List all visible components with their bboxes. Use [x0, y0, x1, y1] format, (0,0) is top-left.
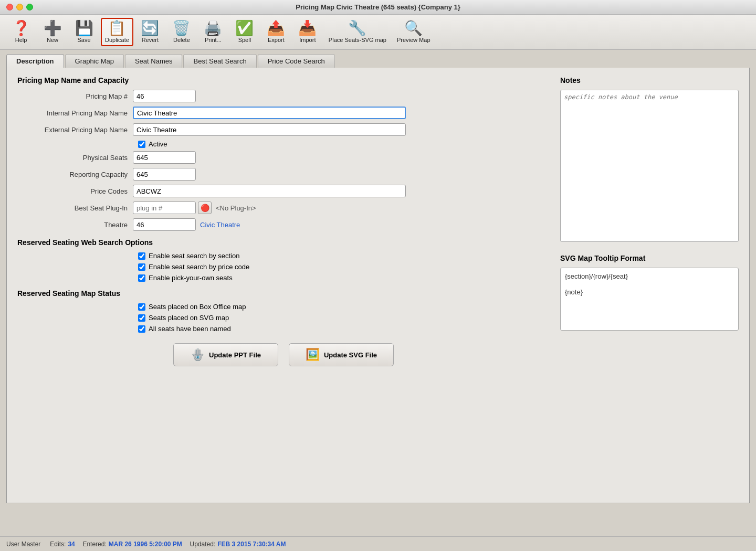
- pick-your-own-checkbox[interactable]: [138, 274, 145, 282]
- new-icon: ➕: [44, 21, 62, 36]
- status-updated-value: FEB 3 2015 7:30:34 AM: [217, 541, 286, 548]
- svg-tooltip-title: SVG Map Tooltip Format: [560, 254, 739, 262]
- seats-svg-checkbox[interactable]: [138, 314, 145, 322]
- update-svg-icon: 🖼️: [306, 348, 320, 362]
- seat-search-price-code-row: Enable seat search by price code: [138, 263, 550, 271]
- active-checkbox[interactable]: [138, 141, 145, 148]
- tab-graphic-map[interactable]: Graphic Map: [65, 54, 124, 68]
- update-svg-label: Update SVG File: [324, 351, 377, 359]
- external-name-input[interactable]: [133, 123, 406, 136]
- seats-svg-label: Seats placed on SVG map: [149, 314, 229, 322]
- delete-icon: 🗑️: [172, 21, 191, 36]
- new-button[interactable]: ➕ New: [38, 18, 67, 46]
- status-edits-label: Edits:: [50, 541, 66, 548]
- physical-seats-row: Physical Seats: [17, 151, 550, 164]
- revert-icon: 🔄: [141, 21, 159, 36]
- print-button[interactable]: 🖨️ Print...: [198, 18, 228, 46]
- window-controls[interactable]: [6, 4, 33, 10]
- update-svg-button[interactable]: 🖼️ Update SVG File: [289, 343, 394, 366]
- main-content: Pricing Map Name and Capacity Pricing Ma…: [6, 68, 750, 503]
- all-seats-named-checkbox[interactable]: [138, 325, 145, 333]
- plugin-input[interactable]: [133, 202, 196, 214]
- save-button[interactable]: 💾 Save: [69, 18, 99, 46]
- seats-box-office-row: Seats placed on Box Office map: [138, 303, 550, 311]
- maximize-button[interactable]: [26, 4, 33, 10]
- theatre-link[interactable]: Civic Theatre: [200, 221, 240, 229]
- pricing-map-num-label: Pricing Map #: [17, 92, 133, 100]
- status-user: User Master: [6, 541, 40, 548]
- save-label: Save: [77, 37, 90, 43]
- place-seats-icon: 🔧: [348, 21, 366, 36]
- help-icon: ❓: [12, 21, 30, 36]
- seat-search-price-code-checkbox[interactable]: [138, 263, 145, 271]
- all-seats-named-label: All seats have been named: [149, 325, 231, 333]
- import-icon: 📥: [298, 21, 317, 36]
- window-title: Pricing Map Civic Theatre (645 seats) {C…: [296, 3, 460, 11]
- no-plugin-text: <No Plug-In>: [216, 204, 256, 212]
- export-button[interactable]: 📤 Export: [261, 18, 291, 46]
- status-updated-label: Updated:: [190, 541, 216, 548]
- help-label: Help: [15, 37, 27, 43]
- reporting-capacity-label: Reporting Capacity: [17, 171, 133, 178]
- seat-search-section-checkbox[interactable]: [138, 252, 145, 260]
- revert-button[interactable]: 🔄 Revert: [135, 18, 165, 46]
- spell-button[interactable]: ✅ Spell: [230, 18, 259, 46]
- preview-map-label: Preview Map: [397, 37, 430, 43]
- best-seat-plugin-row: Best Seat Plug-In 🔴 <No Plug-In>: [17, 202, 550, 214]
- pick-your-own-label: Enable pick-your-own seats: [149, 274, 233, 282]
- pick-your-own-row: Enable pick-your-own seats: [138, 274, 550, 282]
- status-entered-label: Entered:: [82, 541, 106, 548]
- print-icon: 🖨️: [204, 21, 222, 36]
- pricing-map-num-input[interactable]: [133, 90, 196, 102]
- external-name-row: External Pricing Map Name: [17, 123, 550, 136]
- close-button[interactable]: [6, 4, 13, 10]
- physical-seats-label: Physical Seats: [17, 154, 133, 162]
- status-entered-value: MAR 26 1996 5:20:00 PM: [109, 541, 182, 548]
- internal-name-input[interactable]: [133, 107, 406, 119]
- minimize-button[interactable]: [16, 4, 23, 10]
- spell-icon: ✅: [235, 21, 254, 36]
- tab-bar: Description Graphic Map Seat Names Best …: [0, 50, 756, 68]
- reporting-capacity-input[interactable]: [133, 168, 196, 181]
- physical-seats-input[interactable]: [133, 151, 196, 164]
- tab-best-seat-search[interactable]: Best Seat Search: [183, 54, 256, 68]
- theatre-label: Theatre: [17, 221, 133, 229]
- print-label: Print...: [205, 37, 222, 43]
- seat-search-price-code-label: Enable seat search by price code: [149, 263, 249, 271]
- price-codes-label: Price Codes: [17, 187, 133, 195]
- active-label: Active: [149, 140, 167, 148]
- map-status-title: Reserved Seating Map Status: [17, 289, 550, 298]
- tab-description[interactable]: Description: [6, 54, 64, 68]
- pricing-map-num-row: Pricing Map #: [17, 90, 550, 102]
- preview-map-icon: 🔍: [404, 21, 423, 36]
- reserved-web-search-section: Reserved Seating Web Search Options Enab…: [17, 238, 550, 282]
- tab-price-code-search[interactable]: Price Code Search: [258, 54, 335, 68]
- preview-map-button[interactable]: 🔍 Preview Map: [393, 18, 435, 46]
- internal-name-label: Internal Pricing Map Name: [17, 109, 133, 117]
- best-seat-plugin-label: Best Seat Plug-In: [17, 204, 133, 212]
- price-codes-row: Price Codes: [17, 185, 550, 197]
- theatre-input[interactable]: [133, 218, 196, 231]
- help-button[interactable]: ❓ Help: [6, 18, 36, 46]
- duplicate-button[interactable]: 📋 Duplicate: [101, 18, 133, 46]
- place-seats-button[interactable]: 🔧 Place Seats-SVG map: [324, 18, 391, 46]
- export-icon: 📤: [267, 21, 285, 36]
- seats-box-office-checkbox[interactable]: [138, 303, 145, 311]
- seat-search-section-label: Enable seat search by section: [149, 252, 239, 260]
- duplicate-label: Duplicate: [105, 37, 129, 43]
- notes-textarea[interactable]: [560, 90, 739, 242]
- tab-seat-names[interactable]: Seat Names: [125, 54, 183, 68]
- new-label: New: [47, 37, 58, 43]
- import-button[interactable]: 📥 Import: [293, 18, 322, 46]
- reserved-web-search-title: Reserved Seating Web Search Options: [17, 238, 550, 247]
- delete-button[interactable]: 🗑️ Delete: [167, 18, 196, 46]
- internal-name-row: Internal Pricing Map Name: [17, 107, 550, 119]
- update-ppt-button[interactable]: 🪬 Update PPT File: [173, 343, 278, 366]
- all-seats-named-row: All seats have been named: [138, 325, 550, 333]
- svg-tooltip-content: {section}/{row}/{seat} {note}: [565, 272, 734, 296]
- delete-label: Delete: [173, 37, 190, 43]
- toolbar: ❓ Help ➕ New 💾 Save 📋 Duplicate 🔄 Revert…: [0, 15, 756, 50]
- price-codes-input[interactable]: [133, 185, 406, 197]
- bottom-buttons: 🪬 Update PPT File 🖼️ Update SVG File: [17, 343, 550, 366]
- plugin-picker-button[interactable]: 🔴: [198, 202, 212, 214]
